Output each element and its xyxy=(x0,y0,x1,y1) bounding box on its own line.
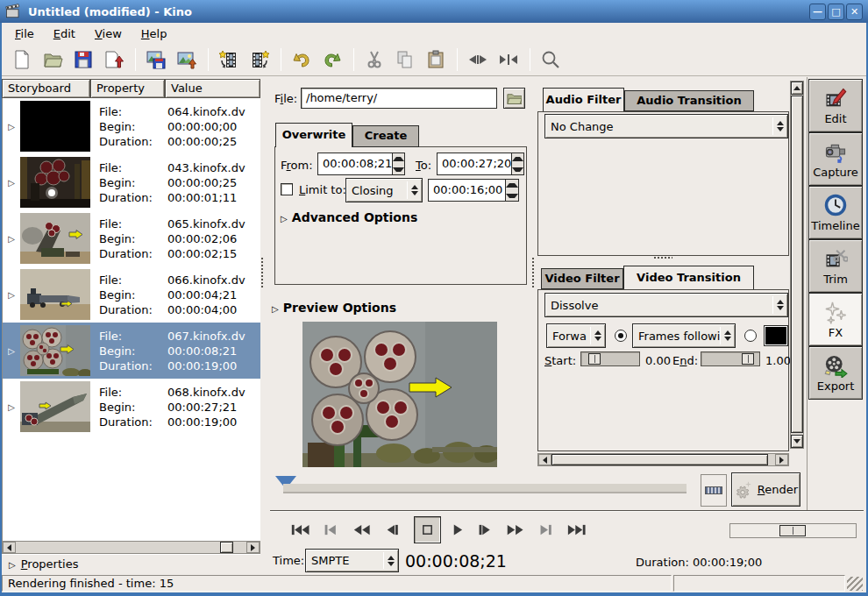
stop-icon[interactable] xyxy=(414,516,441,543)
column-header-storyboard[interactable]: Storyboard xyxy=(2,79,90,98)
pane-splitter[interactable] xyxy=(653,256,672,260)
t2-icon[interactable] xyxy=(20,157,90,208)
pane-splitter[interactable] xyxy=(260,257,265,288)
browse-button[interactable] xyxy=(503,88,525,109)
skip-forward-icon[interactable] xyxy=(566,522,587,537)
frame-forward-icon[interactable] xyxy=(473,522,494,537)
shuttle-thumb[interactable] xyxy=(779,525,806,536)
advanced-options-expander[interactable]: ▷ Advanced Options xyxy=(281,209,417,225)
column-header-property[interactable]: Property xyxy=(90,79,165,98)
video-transition-dropdown[interactable]: Dissolve xyxy=(544,293,788,317)
scroll-thumb[interactable] xyxy=(220,542,233,553)
storyboard-row[interactable]: ▷ File: Begin: Duration: 064.kinofx.dv 0… xyxy=(3,98,260,154)
frames-radio[interactable] xyxy=(615,330,627,342)
expander-icon[interactable]: ▷ xyxy=(3,346,20,356)
undo-icon[interactable] xyxy=(288,46,315,73)
sidebar-button-trim[interactable]: Trim xyxy=(808,239,863,293)
join-icon[interactable] xyxy=(495,46,522,73)
scroll-thumb[interactable] xyxy=(791,96,803,433)
shuttle-slider[interactable] xyxy=(729,523,857,538)
paste-icon[interactable] xyxy=(423,46,449,73)
limit-spinbox[interactable]: 00:00:16;00 xyxy=(428,179,519,202)
from-spinbox[interactable]: 00:00:08;21 xyxy=(317,153,405,175)
expander-icon[interactable]: ▷ xyxy=(3,290,20,300)
spin-arrows-icon[interactable] xyxy=(511,153,523,174)
t6-icon[interactable] xyxy=(20,381,90,432)
properties-bar[interactable]: ▷Properties xyxy=(2,554,260,572)
to-spinbox[interactable]: 00:00:27;20 xyxy=(437,153,524,175)
fast-forward-icon[interactable] xyxy=(504,522,525,537)
limit-mode-dropdown[interactable]: Closing xyxy=(345,178,423,202)
maximize-button[interactable]: □ xyxy=(828,4,844,20)
storyboard-row[interactable]: ▷ File: Begin: Duration: 065.kinofx.dv 0… xyxy=(3,210,260,266)
next-scene-icon[interactable] xyxy=(535,522,556,537)
tab-overwrite[interactable]: Overwrite xyxy=(275,123,352,147)
fx-hscrollbar[interactable] xyxy=(537,453,789,466)
&Edit-button[interactable]: Edit xyxy=(44,25,85,43)
scroll-right-icon[interactable] xyxy=(775,454,788,465)
&Help-button[interactable]: Help xyxy=(132,25,177,43)
t1-icon[interactable] xyxy=(20,101,90,152)
tab-video-filter[interactable]: Video Filter xyxy=(541,268,623,289)
open-icon[interactable] xyxy=(39,46,66,73)
minimize-button[interactable]: — xyxy=(809,4,826,20)
sidebar-button-edit[interactable]: Edit xyxy=(808,79,863,132)
insert-after-icon[interactable] xyxy=(246,46,273,73)
storyboard-row[interactable]: ▷ File: Begin: Duration: 068.kinofx.dv 0… xyxy=(3,379,260,435)
scroll-right-icon[interactable] xyxy=(246,542,260,553)
sidebar-button-timeline[interactable]: Timeline xyxy=(808,186,863,239)
expander-icon[interactable]: ▷ xyxy=(3,178,20,188)
spin-arrows-icon[interactable] xyxy=(392,153,404,174)
sidebar-button-export[interactable]: Export xyxy=(808,346,863,400)
save-as-icon[interactable] xyxy=(101,46,127,73)
start-slider[interactable] xyxy=(580,351,640,366)
previous-scene-icon[interactable] xyxy=(320,522,341,537)
audio-filter-dropdown[interactable]: No Change xyxy=(544,114,788,138)
storyboard-row[interactable]: ▷ File: Begin: Duration: 043.kinofx.dv 0… xyxy=(3,154,260,210)
new-icon[interactable] xyxy=(9,46,35,73)
tab-video-transition[interactable]: Video Transition xyxy=(623,266,754,289)
scroll-thumb[interactable] xyxy=(551,454,768,465)
expander-icon[interactable]: ▷ xyxy=(9,560,16,570)
properties-label[interactable]: Properties xyxy=(21,557,79,571)
drag-handle-icon[interactable] xyxy=(705,486,722,494)
tab-audio-transition[interactable]: Audio Transition xyxy=(624,90,754,111)
color-radio[interactable] xyxy=(744,330,757,342)
direction-dropdown[interactable]: Forwa xyxy=(546,323,606,348)
scroll-down-icon[interactable] xyxy=(791,435,803,448)
split-icon[interactable] xyxy=(465,46,491,73)
magnifier-icon[interactable] xyxy=(537,46,564,73)
insert-before-icon[interactable] xyxy=(216,46,242,73)
resize-grip[interactable] xyxy=(847,577,863,591)
close-button[interactable]: ✕ xyxy=(846,4,863,20)
frames-dropdown[interactable]: Frames followi xyxy=(632,323,736,348)
storyboard-row[interactable]: ▷ File: Begin: Duration: 066.kinofx.dv 0… xyxy=(3,266,260,323)
expander-icon[interactable]: ▷ xyxy=(3,402,20,412)
sidebar-button-capture[interactable]: Capture xyxy=(808,132,863,186)
rewind-icon[interactable] xyxy=(352,522,373,537)
tab-create[interactable]: Create xyxy=(352,125,419,147)
scrubber-track[interactable] xyxy=(283,484,687,493)
frame-back-icon[interactable] xyxy=(382,522,403,537)
titlebar[interactable]: Untitled (modified) - Kino — □ ✕ xyxy=(0,0,868,23)
redo-icon[interactable] xyxy=(319,46,345,73)
&File-button[interactable]: File xyxy=(5,25,44,43)
end-slider[interactable] xyxy=(701,351,760,366)
fx-vscrollbar[interactable] xyxy=(790,81,804,449)
save-still-icon[interactable] xyxy=(143,46,169,73)
export-still-icon[interactable] xyxy=(174,46,200,73)
storyboard-row[interactable]: ▷ File: Begin: Duration: 067.kinofx.dv 0… xyxy=(3,323,260,379)
play-icon[interactable] xyxy=(451,522,464,537)
tab-audio-filter[interactable]: Audio Filter xyxy=(543,88,624,111)
limit-checkbox[interactable] xyxy=(281,183,293,195)
column-header-value[interactable]: Value xyxy=(165,79,260,98)
file-input[interactable]: /home/terry/ xyxy=(301,88,497,109)
&View-button[interactable]: View xyxy=(85,25,132,43)
preview-options-expander[interactable]: ▷ Preview Options xyxy=(272,299,396,316)
expander-icon[interactable]: ▷ xyxy=(3,234,20,244)
time-format-dropdown[interactable]: SMPTE xyxy=(305,549,399,572)
color-swatch[interactable] xyxy=(764,325,788,346)
scroll-up-icon[interactable] xyxy=(791,82,803,95)
expander-icon[interactable]: ▷ xyxy=(3,122,20,131)
t4-icon[interactable] xyxy=(20,269,90,320)
